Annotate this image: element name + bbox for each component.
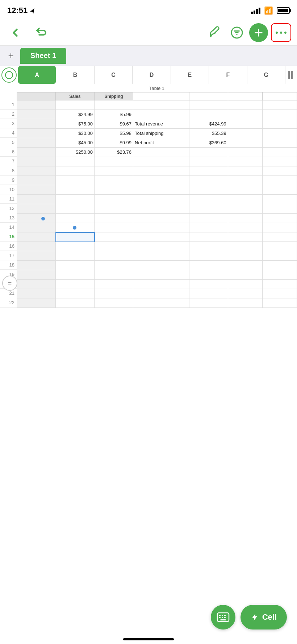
cell-F11[interactable] xyxy=(228,195,262,204)
cell-C21[interactable] xyxy=(95,289,133,298)
selection-handle-bottom-right[interactable] xyxy=(72,226,77,230)
table-row[interactable] xyxy=(17,223,297,232)
cell-A15[interactable] xyxy=(17,232,56,242)
cell-G5[interactable] xyxy=(262,138,297,148)
cell-A9[interactable] xyxy=(17,176,56,185)
table-row[interactable] xyxy=(17,157,297,166)
table-row[interactable]: $250.00 $23.76 xyxy=(17,148,297,157)
cell-E4[interactable]: $55.39 xyxy=(189,129,228,138)
cell-C15[interactable] xyxy=(95,232,133,242)
cell-D7[interactable] xyxy=(133,157,189,166)
cell-B21[interactable] xyxy=(56,289,95,298)
cell-B13[interactable] xyxy=(56,214,95,223)
cell-A11[interactable] xyxy=(17,195,56,204)
cell-B22[interactable] xyxy=(56,298,95,308)
cell-D17[interactable] xyxy=(133,251,189,261)
cell-G3[interactable] xyxy=(262,119,297,129)
cell-D16[interactable] xyxy=(133,242,189,251)
selection-handle-top-left[interactable] xyxy=(41,216,45,221)
cell-F7[interactable] xyxy=(228,157,262,166)
cell-B8[interactable] xyxy=(56,166,95,176)
cell-E18[interactable] xyxy=(189,261,228,270)
table-row[interactable] xyxy=(17,100,297,110)
cell-A1[interactable] xyxy=(17,100,56,110)
table-row[interactable]: $45.00 $9.99 Net profit $369.60 xyxy=(17,138,297,148)
cell-E2[interactable] xyxy=(189,110,228,119)
cell-E3[interactable]: $424.99 xyxy=(189,119,228,129)
table-row[interactable] xyxy=(17,289,297,298)
cell-A17[interactable] xyxy=(17,251,56,261)
table-row[interactable]: $75.00 $9.67 Total revenue $424.99 xyxy=(17,119,297,129)
formula-circle-button[interactable] xyxy=(1,67,17,83)
cell-F21[interactable] xyxy=(228,289,262,298)
table-row[interactable] xyxy=(17,261,297,270)
table-row[interactable]: $30.00 $5.98 Total shipping $55.39 xyxy=(17,129,297,138)
cell-D15[interactable] xyxy=(133,232,189,242)
cell-F15[interactable] xyxy=(228,232,262,242)
sheet-tab-1[interactable]: Sheet 1 xyxy=(20,48,66,64)
table-row[interactable] xyxy=(17,214,297,223)
cell-D10[interactable] xyxy=(133,185,189,195)
cell-E7[interactable] xyxy=(189,157,228,166)
cell-F17[interactable] xyxy=(228,251,262,261)
col-header-D[interactable]: D xyxy=(133,66,171,84)
cell-D11[interactable] xyxy=(133,195,189,204)
table-row[interactable] xyxy=(17,176,297,185)
cell-G15[interactable] xyxy=(262,232,297,242)
cell-G20[interactable] xyxy=(262,280,297,289)
cell-C22[interactable] xyxy=(95,298,133,308)
cell-E12[interactable] xyxy=(189,204,228,214)
cell-F18[interactable] xyxy=(228,261,262,270)
add-button[interactable] xyxy=(249,23,268,42)
cell-F8[interactable] xyxy=(228,166,262,176)
cell-B10[interactable] xyxy=(56,185,95,195)
cell-C8[interactable] xyxy=(95,166,133,176)
cell-E15[interactable] xyxy=(189,232,228,242)
cell-F19[interactable] xyxy=(228,270,262,280)
table-row[interactable] xyxy=(17,270,297,280)
cell-C5[interactable]: $9.99 xyxy=(95,138,133,148)
cell-D3[interactable]: Total revenue xyxy=(133,119,189,129)
cell-G11[interactable] xyxy=(262,195,297,204)
cell-C18[interactable] xyxy=(95,261,133,270)
add-sheet-button[interactable]: + xyxy=(4,49,18,63)
keyboard-button[interactable] xyxy=(211,605,235,629)
cell-G7[interactable] xyxy=(262,157,297,166)
cell-F12[interactable] xyxy=(228,204,262,214)
cell-A8[interactable] xyxy=(17,166,56,176)
table-row[interactable] xyxy=(17,204,297,214)
col-header-A[interactable]: A xyxy=(18,66,56,84)
cell-E8[interactable] xyxy=(189,166,228,176)
table-row[interactable] xyxy=(17,280,297,289)
cell-A19[interactable] xyxy=(17,270,56,280)
freeze-columns-button[interactable] xyxy=(285,66,296,84)
cell-E21[interactable] xyxy=(189,289,228,298)
cell-G14[interactable] xyxy=(262,223,297,232)
brush-button[interactable] xyxy=(206,23,225,42)
cell-G9[interactable] xyxy=(262,176,297,185)
cell-F20[interactable] xyxy=(228,280,262,289)
cell-F13[interactable] xyxy=(228,214,262,223)
table-row[interactable]: $24.99 $5.99 xyxy=(17,110,297,119)
col-header-E[interactable]: E xyxy=(171,66,209,84)
cell-G17[interactable] xyxy=(262,251,297,261)
cell-A6[interactable] xyxy=(17,148,56,157)
cell-G16[interactable] xyxy=(262,242,297,251)
cell-F16[interactable] xyxy=(228,242,262,251)
cell-E16[interactable] xyxy=(189,242,228,251)
cell-F5[interactable] xyxy=(228,138,262,148)
cell-C1[interactable] xyxy=(95,100,133,110)
cell-D2[interactable] xyxy=(133,110,189,119)
cell-A13[interactable] xyxy=(17,214,56,223)
table-row[interactable] xyxy=(17,251,297,261)
cell-C12[interactable] xyxy=(95,204,133,214)
cell-F10[interactable] xyxy=(228,185,262,195)
cell-D19[interactable] xyxy=(133,270,189,280)
cell-C3[interactable]: $9.67 xyxy=(95,119,133,129)
cell-C4[interactable]: $5.98 xyxy=(95,129,133,138)
cell-E5[interactable]: $369.60 xyxy=(189,138,228,148)
cell-D9[interactable] xyxy=(133,176,189,185)
cell-E19[interactable] xyxy=(189,270,228,280)
cell-A22[interactable] xyxy=(17,298,56,308)
cell-D14[interactable] xyxy=(133,223,189,232)
